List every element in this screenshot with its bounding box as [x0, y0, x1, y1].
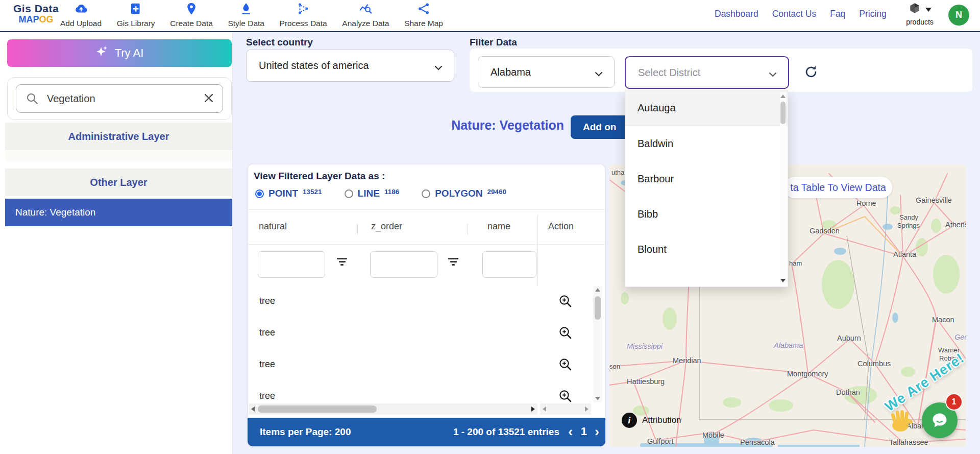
items-per-page-label: Items per Page: 200: [260, 426, 351, 438]
top-bar: Gis Data MAPOG Add UploadGis LibraryCrea…: [0, 0, 980, 32]
scroll-down-icon[interactable]: [780, 279, 786, 282]
scroll-up-icon[interactable]: [595, 288, 600, 292]
filter-input-natural[interactable]: [258, 251, 325, 278]
paint-icon: [239, 2, 253, 17]
nav-item-label: Add Upload: [60, 19, 102, 28]
cell-natural: tree: [259, 296, 275, 306]
nav-item-add-upload[interactable]: Add Upload: [60, 2, 102, 30]
district-placeholder: Select District: [638, 57, 700, 88]
link-faq[interactable]: Faq: [830, 9, 845, 19]
chat-notification-badge: 1: [945, 393, 963, 411]
radio-icon: [255, 189, 264, 198]
chevron-down-icon: [925, 8, 932, 12]
action-horizontal-scrollbar[interactable]: [540, 403, 591, 415]
current-page[interactable]: 1: [581, 425, 587, 438]
country-select[interactable]: United states of america: [246, 50, 454, 82]
nav-item-analyze-data[interactable]: Analyze Data: [342, 2, 389, 30]
next-page-icon[interactable]: ›: [595, 424, 599, 440]
district-option-barbour[interactable]: Barbour: [625, 161, 788, 197]
map-label-montgomery: Montgomery: [787, 370, 828, 378]
column-header-natural[interactable]: natural: [259, 221, 287, 232]
scroll-left-icon[interactable]: [543, 407, 546, 412]
filter-input-name[interactable]: [482, 251, 536, 278]
scroll-right-icon[interactable]: [585, 407, 589, 412]
nav-item-share-map[interactable]: Share Map: [404, 2, 443, 30]
filter-funnel-icon[interactable]: [447, 258, 459, 270]
cell-natural: tree: [259, 391, 275, 401]
map-label-tallahassee: Tallahassee: [889, 438, 928, 446]
nav-item-gis-library[interactable]: Gis Library: [117, 2, 155, 30]
table-row: tree: [248, 318, 593, 350]
info-icon: i: [622, 413, 637, 428]
table-rows: treetreetreetree: [248, 286, 593, 402]
clear-search-icon[interactable]: [202, 91, 215, 105]
data-table-hint-pill: ta Table To View Data: [784, 177, 892, 198]
nav-item-label: Gis Library: [117, 19, 155, 28]
attribution-control[interactable]: i Attribution: [622, 413, 681, 428]
link-contact-us[interactable]: Contact Us: [772, 9, 817, 19]
try-ai-button[interactable]: Try AI: [7, 39, 232, 67]
view-row-button[interactable]: [557, 293, 574, 310]
table-scroll-thumb[interactable]: [595, 296, 601, 320]
column-header-action: Action: [548, 221, 574, 232]
logo-line1: Gis Data: [13, 3, 59, 14]
scroll-left-icon[interactable]: [251, 407, 255, 412]
filter-input-z-order[interactable]: [370, 251, 437, 278]
app-logo[interactable]: Gis Data MAPOG: [13, 3, 59, 24]
geometry-radio-line[interactable]: LINE1186: [345, 188, 400, 199]
nav-item-create-data[interactable]: Create Data: [170, 2, 213, 30]
map-label-geor: Geor: [954, 333, 966, 341]
map-label-utha: utha: [611, 169, 624, 176]
search-input[interactable]: [46, 85, 201, 112]
section-gap: [5, 151, 232, 161]
map-label-ham: ham: [789, 259, 802, 267]
layer-item-nature-vegetation[interactable]: Nature: Vegetation: [5, 199, 232, 226]
entries-range-label: 1 - 200 of 13521 entries: [453, 426, 559, 438]
scroll-right-icon[interactable]: [531, 407, 535, 412]
scroll-down-icon[interactable]: [595, 397, 600, 400]
dropdown-scroll-thumb[interactable]: [780, 102, 786, 124]
geometry-label: LINE: [358, 188, 380, 199]
chevron-down-icon: [595, 69, 603, 79]
nav-item-label: Process Data: [280, 19, 327, 28]
state-select[interactable]: Alabama: [478, 56, 615, 88]
view-row-button[interactable]: [557, 325, 574, 342]
nav-item-style-data[interactable]: Style Data: [228, 2, 264, 30]
horizontal-scroll-thumb[interactable]: [258, 405, 377, 413]
district-option-autauga[interactable]: Autauga: [625, 90, 788, 126]
state-value: Alabama: [491, 57, 531, 87]
district-option-bibb[interactable]: Bibb: [625, 197, 788, 232]
logo-line2: MAPOG: [13, 15, 59, 24]
map-label-mississippi: Mississippi: [627, 342, 663, 350]
nav-item-process-data[interactable]: Process Data: [280, 2, 327, 30]
refresh-icon[interactable]: [803, 64, 819, 80]
map-label-hattiesburg: Hattiesburg: [627, 377, 665, 386]
select-country-label: Select country: [246, 37, 313, 48]
chevron-down-icon: [434, 63, 443, 73]
column-header-name[interactable]: name: [487, 221, 510, 232]
app-root: Gis Data MAPOG Add UploadGis LibraryCrea…: [0, 0, 980, 454]
link-pricing[interactable]: Pricing: [859, 9, 887, 19]
user-avatar[interactable]: N: [948, 5, 969, 26]
top-nav: Add UploadGis LibraryCreate DataStyle Da…: [60, 2, 443, 30]
geometry-radio-point[interactable]: POINT13521: [255, 188, 322, 199]
chevron-down-icon: [769, 70, 777, 79]
view-row-button[interactable]: [557, 388, 574, 402]
geometry-radio-polygon[interactable]: POLYGON29460: [422, 188, 506, 199]
map-label-pensacola: Pensacola: [740, 438, 775, 446]
products-menu[interactable]: products: [897, 2, 942, 26]
search-box: [16, 84, 223, 113]
layer-title: Nature: Vegetation: [357, 118, 564, 133]
nav-item-label: Create Data: [170, 19, 213, 28]
district-option-baldwin[interactable]: Baldwin: [625, 126, 788, 161]
map-label-macon: Macon: [932, 316, 954, 324]
view-row-button[interactable]: [557, 356, 574, 374]
prev-page-icon[interactable]: ‹: [568, 424, 573, 440]
column-header-z-order[interactable]: z_order: [371, 221, 402, 232]
filter-funnel-icon[interactable]: [336, 258, 348, 270]
district-option-blount[interactable]: Blount: [625, 232, 788, 267]
district-select[interactable]: Select District: [625, 56, 789, 89]
radio-icon: [345, 189, 353, 198]
link-dashboard[interactable]: Dashboard: [715, 9, 758, 19]
scroll-up-icon[interactable]: [780, 94, 786, 98]
